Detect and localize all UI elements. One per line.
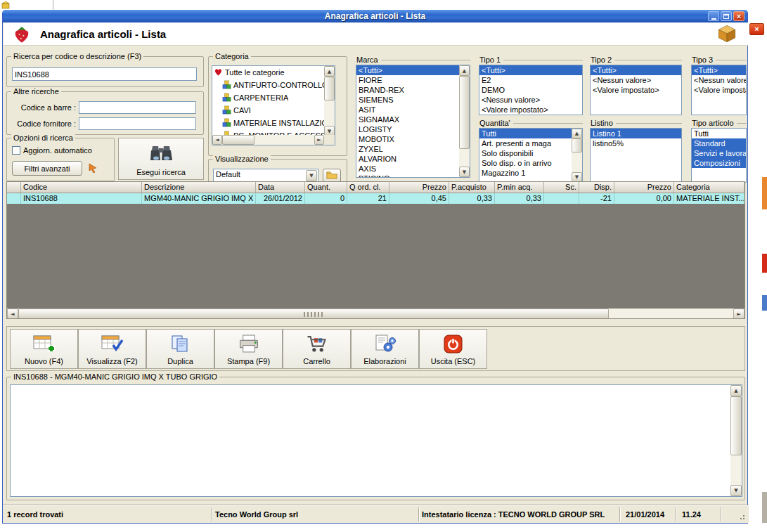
- new-button[interactable]: Nuovo (F4): [10, 329, 78, 369]
- cart-button[interactable]: Carrello: [283, 329, 351, 369]
- list-item[interactable]: BTICINO: [356, 174, 459, 177]
- list-item[interactable]: SIGNAMAX: [356, 115, 459, 124]
- resize-grip[interactable]: [737, 512, 746, 522]
- scroll-left-button[interactable]: ◄: [7, 309, 18, 319]
- search-code-input[interactable]: [12, 67, 197, 81]
- list-item[interactable]: Solo disponibili: [479, 148, 572, 158]
- duplicate-button[interactable]: Duplica: [146, 329, 214, 369]
- list-item[interactable]: Tutti: [692, 129, 746, 138]
- duplicate-pages-icon: [171, 332, 190, 356]
- list-item[interactable]: SIEMENS: [356, 95, 459, 105]
- close-button[interactable]: ×: [733, 11, 745, 21]
- list-item[interactable]: Composizioni: [692, 158, 746, 168]
- list-item[interactable]: LOGISTY: [356, 124, 459, 134]
- category-item[interactable]: MATERIALE INSTALLAZIONE: [212, 117, 324, 129]
- category-item[interactable]: CARPENTERIA: [212, 91, 324, 104]
- barcode-label: Codice a barre :: [11, 103, 76, 112]
- list-item[interactable]: Solo disp. o in arrivo: [479, 158, 572, 168]
- list-item[interactable]: <Tutti>: [479, 65, 582, 75]
- list-item[interactable]: Listino 1: [591, 129, 681, 138]
- scroll-up-button[interactable]: ▲: [730, 385, 742, 396]
- grid-header[interactable]: Categoria: [674, 182, 745, 193]
- list-item[interactable]: Tutti: [479, 129, 572, 138]
- status-time: 11.24: [676, 507, 721, 521]
- orange-cursor-icon: [87, 162, 98, 175]
- list-item[interactable]: Standard: [692, 138, 746, 148]
- taskbar-app-icon[interactable]: [1, 1, 10, 11]
- category-item[interactable]: CAVI: [212, 104, 324, 117]
- scroll-right-button[interactable]: ►: [314, 135, 324, 145]
- view-folder-button[interactable]: [323, 169, 341, 183]
- view-dropdown[interactable]: Default ▼: [213, 169, 318, 183]
- scroll-up-button[interactable]: ▲: [572, 129, 582, 138]
- list-item[interactable]: E2: [479, 75, 582, 85]
- grid-header[interactable]: Prezzo: [389, 182, 449, 193]
- list-item[interactable]: <Tutti>: [591, 65, 681, 75]
- scroll-down-button[interactable]: ▼: [730, 485, 742, 496]
- advanced-filters-button[interactable]: Filtri avanzati: [12, 161, 82, 176]
- grid-header[interactable]: Quant.: [305, 182, 347, 193]
- barcode-input[interactable]: [79, 101, 196, 114]
- view-button[interactable]: Visualizza (F2): [78, 329, 146, 369]
- processing-button[interactable]: Elaborazioni: [351, 329, 419, 369]
- supplier-code-input[interactable]: [79, 117, 196, 130]
- scroll-thumb[interactable]: [730, 396, 742, 455]
- background-close-button[interactable]: ×: [749, 23, 764, 35]
- maximize-button[interactable]: [721, 11, 732, 21]
- scroll-down-button[interactable]: ▼: [459, 167, 470, 177]
- execute-search-button[interactable]: Esegui ricerca: [118, 138, 204, 180]
- list-item[interactable]: <Tutti>: [692, 65, 746, 75]
- list-item[interactable]: <Nessun valore>: [479, 95, 582, 105]
- scroll-right-button[interactable]: ►: [733, 309, 745, 319]
- scroll-thumb[interactable]: [572, 138, 582, 153]
- list-item[interactable]: Art. presenti a maga: [479, 138, 572, 148]
- grid-header[interactable]: Sc.: [544, 182, 579, 193]
- list-item[interactable]: AXIS: [356, 164, 459, 174]
- scroll-left-button[interactable]: ◄: [212, 135, 222, 145]
- table-row[interactable]: INS10688 MGM40-MANIC GRIGIO IMQ X ... 26…: [7, 193, 745, 204]
- list-item[interactable]: listino5%: [591, 138, 681, 148]
- category-item-root[interactable]: Tutte le categorie: [212, 66, 324, 79]
- scroll-thumb[interactable]: [18, 309, 609, 319]
- list-item[interactable]: ASIT: [356, 105, 459, 115]
- heart-icon: [214, 67, 223, 78]
- grid-header[interactable]: P.acquisto: [449, 182, 495, 193]
- list-item[interactable]: <Valore impostato>: [479, 105, 582, 115]
- list-item[interactable]: Magazzino 1: [479, 168, 572, 178]
- list-item[interactable]: ZYXEL: [356, 144, 459, 154]
- button-label: Elaborazioni: [363, 357, 406, 365]
- list-item[interactable]: BRAND-REX: [356, 85, 459, 95]
- window-titlebar[interactable]: Anagrafica articoli - Lista ×: [3, 10, 747, 22]
- scroll-up-button[interactable]: ▲: [459, 65, 470, 76]
- minimize-button[interactable]: [708, 11, 719, 21]
- tipo2-list: <Tutti> <Nessun valore> <Valore impostat…: [590, 65, 682, 115]
- list-item[interactable]: <Nessun valore>: [692, 75, 746, 85]
- list-item[interactable]: FIORE: [356, 75, 459, 85]
- scroll-thumb[interactable]: [324, 77, 335, 100]
- scroll-up-button[interactable]: ▲: [324, 66, 335, 77]
- list-item[interactable]: MOBOTIX: [356, 134, 459, 144]
- detail-text-area[interactable]: ▲ ▼: [10, 384, 742, 497]
- grid-header[interactable]: Data: [256, 182, 305, 193]
- list-item[interactable]: <Tutti>: [356, 65, 459, 75]
- print-button[interactable]: Stampa (F9): [214, 329, 283, 369]
- chevron-down-icon[interactable]: ▼: [306, 170, 317, 181]
- grid-header[interactable]: Descrizione: [142, 182, 256, 193]
- scroll-thumb[interactable]: [459, 76, 470, 149]
- category-item[interactable]: ANTIFURTO-CONTROLLO AC: [212, 79, 324, 91]
- exit-button[interactable]: Uscita (ESC): [419, 329, 487, 369]
- list-item[interactable]: <Nessun valore>: [591, 75, 681, 85]
- auto-update-checkbox[interactable]: [12, 146, 20, 155]
- list-item[interactable]: Servizi e lavorazioni: [692, 148, 746, 158]
- list-item[interactable]: ALVARION: [356, 154, 459, 164]
- grid-header[interactable]: Codice: [21, 182, 142, 193]
- scroll-down-button[interactable]: ▼: [572, 172, 582, 182]
- grid-header[interactable]: Q ord. cl.: [347, 182, 389, 193]
- grid-header[interactable]: P.min acq.: [495, 182, 544, 193]
- list-item[interactable]: <Valore impostato>: [591, 85, 681, 95]
- grid-header[interactable]: Prezzo: [614, 182, 674, 193]
- list-item[interactable]: <Valore impostato>: [692, 85, 746, 95]
- list-item[interactable]: DEMO: [479, 85, 582, 95]
- scroll-thumb[interactable]: [222, 135, 254, 145]
- grid-header[interactable]: Disp.: [579, 182, 614, 193]
